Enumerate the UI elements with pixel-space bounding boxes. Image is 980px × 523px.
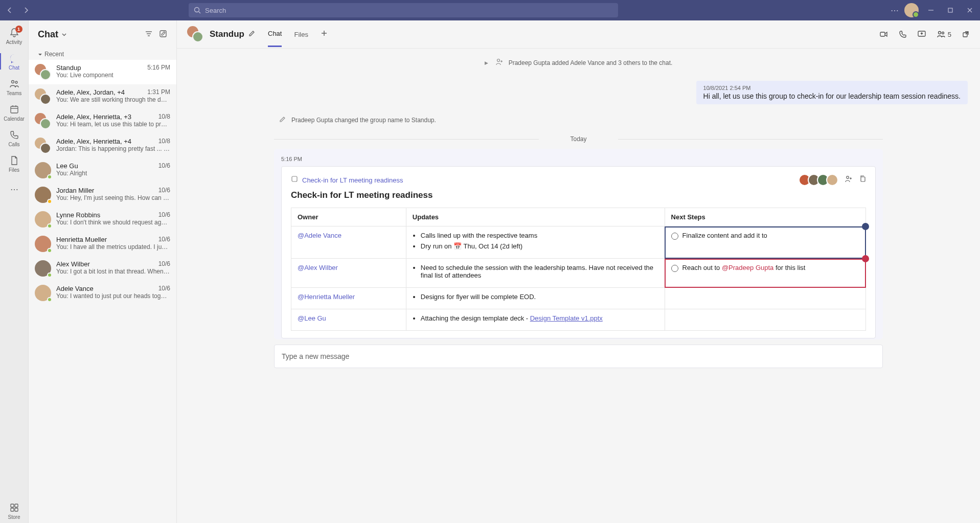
chat-list-item[interactable]: Alex Wilber10/6You: I got a bit lost in … xyxy=(29,256,176,281)
update-item: Attaching the design template deck - Des… xyxy=(421,314,658,322)
chat-preview: You: I wanted to just put our heads toge… xyxy=(56,292,170,300)
next-step-cell[interactable]: Finalize content and add it to xyxy=(665,226,865,259)
svg-rect-19 xyxy=(160,31,166,37)
chat-avatar xyxy=(35,138,51,154)
rail-files[interactable]: Files xyxy=(0,151,29,176)
chat-time: 10/6 xyxy=(158,285,170,292)
chat-icon xyxy=(9,53,20,64)
conversation-tabs: Chat Files xyxy=(268,21,328,47)
chevron-down-icon[interactable] xyxy=(61,30,67,39)
next-step-cell[interactable] xyxy=(665,288,865,309)
chat-name: Lee Gu xyxy=(56,162,78,170)
checkin-table[interactable]: Owner Updates Next Steps @Adele Vance Ca xyxy=(291,208,866,331)
rail-teams[interactable]: Teams xyxy=(0,75,29,99)
rail-activity[interactable]: 1 Activity xyxy=(0,24,29,48)
filter-button[interactable] xyxy=(145,30,153,40)
chat-list-item[interactable]: Henrietta Mueller10/6You: I have all the… xyxy=(29,232,176,256)
nav-forward-button[interactable] xyxy=(19,4,33,17)
chat-preview: You: Hey, I'm just seeing this. How can … xyxy=(56,194,170,201)
copy-component-button[interactable] xyxy=(859,175,866,185)
window-close-button[interactable] xyxy=(963,4,977,17)
chat-preview: You: I don't think we should request age… xyxy=(56,219,170,226)
update-item: Calls lined up with the respective teams xyxy=(421,232,658,239)
svg-rect-13 xyxy=(15,504,18,507)
search-placeholder: Search xyxy=(205,7,226,14)
chat-list-item[interactable]: Adele, Alex, Henrietta, +310/8You: Hi te… xyxy=(29,109,176,133)
card-link[interactable]: Check-in for LT meeting readiness xyxy=(302,176,403,184)
more-button[interactable]: ⋯ xyxy=(891,6,899,15)
owner-mention[interactable]: @Alex Wilber xyxy=(298,264,338,271)
rail-files-label: Files xyxy=(9,167,19,173)
card-collaborators[interactable] xyxy=(802,174,838,186)
next-step-cell[interactable] xyxy=(665,309,865,331)
current-user-avatar[interactable] xyxy=(904,3,919,17)
live-component-card[interactable]: 5:16 PM Check-in for LT meeting readines… xyxy=(274,149,883,339)
chat-list-item[interactable]: Lynne Robbins10/6You: I don't think we s… xyxy=(29,207,176,232)
system-message-renamed: Pradeep Gupta changed the group name to … xyxy=(177,108,980,131)
conversation-body[interactable]: ▶ Pradeep Gupta added Adele Vance and 3 … xyxy=(177,49,980,523)
table-row[interactable]: @Alex Wilber Need to schedule the sessio… xyxy=(291,259,866,288)
chat-list-title: Chat xyxy=(38,29,58,40)
file-link[interactable]: Design Template v1.pptx xyxy=(530,314,603,322)
presence-indicator xyxy=(47,223,52,229)
rail-store[interactable]: Store xyxy=(0,498,29,523)
screen-share-button[interactable] xyxy=(917,30,926,39)
card-top: Check-in for LT meeting readiness xyxy=(291,174,866,186)
svg-rect-15 xyxy=(15,508,18,511)
owner-mention[interactable]: @Lee Gu xyxy=(298,314,326,322)
tab-files[interactable]: Files xyxy=(294,22,308,47)
chat-list-item[interactable]: Adele Vance10/6You: I wanted to just put… xyxy=(29,281,176,305)
search-input[interactable]: Search xyxy=(189,3,618,17)
tab-chat[interactable]: Chat xyxy=(268,21,282,47)
rail-chat[interactable]: Chat xyxy=(0,49,29,74)
window-minimize-button[interactable] xyxy=(924,4,938,17)
plus-icon xyxy=(321,30,328,37)
chat-list-item[interactable]: Adele, Alex, Henrietta, +410/8Jordan: Th… xyxy=(29,133,176,158)
chat-avatar xyxy=(35,260,51,277)
share-component-button[interactable] xyxy=(845,175,853,185)
next-step-cell[interactable]: Reach out to @Pradeep Gupta for this lis… xyxy=(665,259,865,288)
rail-calls[interactable]: Calls xyxy=(0,126,29,150)
message-bubble[interactable]: 10/8/2021 2:54 PM Hi all, let us use thi… xyxy=(696,81,968,104)
rename-button[interactable] xyxy=(248,30,256,39)
chat-list-item[interactable]: Jordan Miller10/6You: Hey, I'm just seei… xyxy=(29,183,176,207)
presence-indicator xyxy=(47,297,52,302)
nav-back-button[interactable] xyxy=(3,4,16,17)
chat-list-item[interactable]: Adele, Alex, Jordan, +41:31 PMYou: We ar… xyxy=(29,84,176,109)
svg-point-25 xyxy=(942,32,944,34)
chat-time: 10/6 xyxy=(158,162,170,170)
video-call-button[interactable] xyxy=(879,30,888,39)
owner-mention[interactable]: @Adele Vance xyxy=(298,232,341,239)
next-step-text: Finalize content and add it to xyxy=(682,232,767,239)
people-icon xyxy=(937,30,946,39)
chat-list-item[interactable]: Lee Gu10/6You: Alright xyxy=(29,158,176,183)
mention[interactable]: @Pradeep Gupta xyxy=(722,264,773,271)
chat-list-item[interactable]: Standup5:16 PMYou: Live component xyxy=(29,60,176,84)
participants-button[interactable]: 5 xyxy=(937,30,951,39)
table-row[interactable]: @Lee Gu Attaching the design template de… xyxy=(291,309,866,331)
checkbox[interactable] xyxy=(671,265,678,272)
window-maximize-button[interactable] xyxy=(943,4,958,17)
rail-calendar[interactable]: Calendar xyxy=(0,100,29,125)
chat-time: 10/6 xyxy=(158,236,170,243)
chat-time: 10/6 xyxy=(158,187,170,194)
table-row[interactable]: @Adele Vance Calls lined up with the res… xyxy=(291,226,866,259)
owner-mention[interactable]: @Henrietta Mueller xyxy=(298,293,355,301)
audio-call-button[interactable] xyxy=(899,30,907,38)
table-row[interactable]: @Henrietta Mueller Designs for flyer wil… xyxy=(291,288,866,309)
new-chat-button[interactable] xyxy=(159,30,167,40)
phone-icon xyxy=(899,30,907,38)
col-owner: Owner xyxy=(291,208,406,226)
compose-box[interactable]: Type a new message xyxy=(274,345,883,368)
rail-more[interactable]: ⋯ xyxy=(0,177,29,201)
checkbox[interactable] xyxy=(671,233,678,240)
share-screen-icon xyxy=(917,30,926,39)
activity-badge: 1 xyxy=(15,26,22,33)
add-tab-button[interactable] xyxy=(321,30,328,39)
card-actions xyxy=(845,175,866,185)
expand-arrow-icon[interactable]: ▶ xyxy=(485,60,488,65)
popout-button[interactable] xyxy=(962,30,970,38)
recent-header[interactable]: Recent xyxy=(29,49,176,60)
chat-name: Henrietta Mueller xyxy=(56,236,107,243)
chat-time: 10/6 xyxy=(158,211,170,219)
